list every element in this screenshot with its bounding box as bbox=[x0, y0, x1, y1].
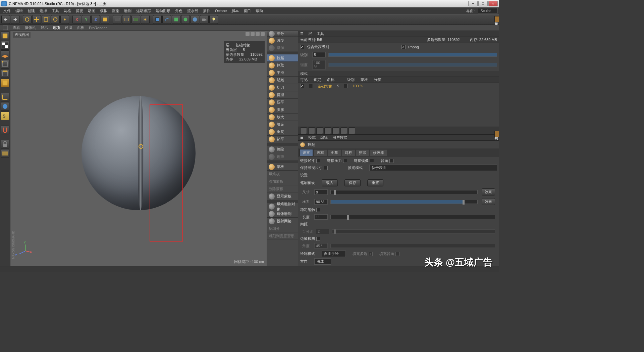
polygon-mode-button[interactable] bbox=[1, 79, 9, 87]
level-slider[interactable] bbox=[328, 53, 497, 57]
sculpt-wax[interactable]: 蜡雕 bbox=[267, 77, 298, 84]
sculpt-amplify[interactable]: 放大 bbox=[267, 114, 298, 121]
sculpt-erase[interactable]: 擦除 bbox=[267, 146, 298, 153]
menu-tools[interactable]: 工具 bbox=[50, 8, 61, 14]
side-tab-attr[interactable]: 属性 bbox=[494, 131, 499, 137]
edge-mode-button[interactable] bbox=[1, 69, 9, 78]
side-tab-object[interactable]: 对象 bbox=[494, 16, 499, 22]
tab-settings[interactable]: 设置 bbox=[300, 149, 313, 156]
sub-view[interactable]: 查看 bbox=[13, 25, 20, 30]
sculpt-project[interactable]: 投射网格 bbox=[267, 218, 298, 225]
tab-stamp[interactable]: 图章 bbox=[328, 149, 341, 156]
flatten-button[interactable] bbox=[332, 127, 339, 134]
menu-create[interactable]: 创建 bbox=[25, 8, 37, 14]
size-field[interactable]: 9 bbox=[314, 189, 328, 195]
texture-mode-button[interactable] bbox=[1, 41, 9, 50]
steady-stroke-checkbox[interactable] bbox=[316, 208, 320, 212]
tab-falloff[interactable]: 衰减 bbox=[314, 149, 327, 156]
layout-dropdown[interactable]: Sculpt bbox=[478, 8, 498, 13]
length-field[interactable]: 11 bbox=[314, 214, 328, 220]
camera-button[interactable] bbox=[200, 15, 209, 24]
menu-edit[interactable]: 编辑 bbox=[13, 8, 25, 14]
sub-prorender[interactable]: ProRender bbox=[89, 26, 107, 30]
layer-table-row[interactable]: 基础对象 5 100 % bbox=[298, 83, 499, 89]
sculpt-scrape[interactable]: 铲平 bbox=[267, 136, 298, 143]
backface-checkbox[interactable] bbox=[389, 159, 393, 163]
axis-tool-button[interactable] bbox=[1, 93, 9, 101]
add-folder-button[interactable] bbox=[308, 127, 315, 134]
sculpt-subdivide-header[interactable]: 细分 bbox=[267, 31, 298, 37]
point-mode-button[interactable] bbox=[1, 60, 9, 69]
undo-button[interactable] bbox=[1, 15, 10, 24]
menu-plugins[interactable]: 插件 bbox=[201, 8, 212, 14]
axis-y-button[interactable]: Y bbox=[82, 15, 91, 24]
workplane-button[interactable] bbox=[1, 50, 9, 59]
select-tool-button[interactable] bbox=[23, 15, 32, 24]
tab-tool[interactable]: 工具 bbox=[317, 31, 324, 36]
vp-zoom-icon[interactable] bbox=[251, 32, 255, 36]
render-region-button[interactable] bbox=[122, 15, 131, 24]
model-mode-button[interactable] bbox=[1, 32, 9, 40]
preview-mode-dropdown[interactable]: 位于表面 bbox=[369, 165, 497, 171]
scale-tool-button[interactable] bbox=[42, 15, 50, 24]
attr-mode[interactable]: 模式 bbox=[308, 135, 316, 140]
sculpt-fill[interactable]: 填充 bbox=[267, 121, 298, 128]
sculpt-flatten[interactable]: 压平 bbox=[267, 99, 298, 106]
render-pv-button[interactable] bbox=[131, 15, 140, 24]
axis-x-button[interactable]: X bbox=[72, 15, 81, 24]
maximize-button[interactable]: ☐ bbox=[478, 1, 488, 6]
last-tool-button[interactable] bbox=[60, 15, 69, 24]
menu-render[interactable]: 渲染 bbox=[110, 8, 121, 14]
menu-script[interactable]: 脚本 bbox=[229, 8, 241, 14]
delete-layer-button[interactable] bbox=[316, 127, 323, 134]
sub-display[interactable]: 显示 bbox=[41, 25, 48, 30]
viewport-solo-button[interactable] bbox=[1, 102, 9, 111]
menu-simulate[interactable]: 模拟 bbox=[98, 8, 109, 14]
sub-filter[interactable]: 过滤 bbox=[65, 25, 72, 30]
spline-pen-button[interactable] bbox=[162, 15, 171, 24]
redo-button[interactable] bbox=[11, 15, 19, 24]
vp-pan-icon[interactable] bbox=[246, 32, 250, 36]
rotate-tool-button[interactable] bbox=[51, 15, 60, 24]
phong-checkbox[interactable] bbox=[401, 45, 406, 49]
add-layer-button[interactable] bbox=[300, 127, 307, 134]
tab-symmetry[interactable]: 对称 bbox=[342, 149, 355, 156]
sculpt-mask[interactable]: 蒙板 bbox=[267, 163, 298, 171]
menu-mesh[interactable]: 网格 bbox=[62, 8, 73, 14]
tab-layer[interactable]: 层 bbox=[308, 31, 312, 36]
direction-dropdown[interactable]: 法线 bbox=[314, 258, 331, 265]
sculpt-bake-obj[interactable]: 烘焙雕刻对象 bbox=[267, 203, 298, 210]
draw-mode-dropdown[interactable]: 自由手绘 bbox=[322, 251, 346, 257]
xray-button[interactable] bbox=[1, 149, 9, 158]
sculpt-mirror[interactable]: 镜像雕刻 bbox=[267, 210, 298, 218]
light-button[interactable] bbox=[209, 15, 218, 24]
menu-file[interactable]: 文件 bbox=[1, 8, 13, 14]
sculpt-repeat[interactable]: 重复 bbox=[267, 128, 298, 136]
link-mirror-checkbox[interactable] bbox=[370, 159, 374, 163]
merge-button[interactable] bbox=[324, 127, 331, 134]
lock-button[interactable] bbox=[1, 140, 9, 148]
close-button[interactable]: ✕ bbox=[488, 1, 498, 6]
load-preset-button[interactable]: 载入 bbox=[322, 179, 338, 186]
menu-character[interactable]: 角色 bbox=[173, 8, 184, 14]
vp-rotate-icon[interactable] bbox=[256, 32, 260, 36]
link-pressure-checkbox[interactable] bbox=[343, 159, 347, 163]
sub-panel[interactable]: 面板 bbox=[77, 25, 84, 30]
pressure-slider[interactable] bbox=[330, 200, 478, 204]
pressure-effect-button[interactable]: 效果 bbox=[482, 198, 495, 205]
deformer-button[interactable] bbox=[181, 15, 190, 24]
include-highest-checkbox[interactable] bbox=[300, 45, 304, 49]
attr-userdata[interactable]: 用户数据 bbox=[332, 135, 347, 140]
axis-z-button[interactable]: Z bbox=[91, 15, 100, 24]
length-slider[interactable] bbox=[330, 215, 495, 219]
row-lock-checkbox[interactable] bbox=[309, 84, 313, 88]
menu-select[interactable]: 选择 bbox=[38, 8, 49, 14]
menu-mograph[interactable]: 运动图形 bbox=[154, 8, 172, 14]
keep-visual-checkbox[interactable] bbox=[324, 166, 328, 170]
size-effect-button[interactable]: 效果 bbox=[482, 188, 495, 195]
environment-button[interactable] bbox=[191, 15, 199, 24]
menu-octane[interactable]: Octane bbox=[213, 8, 229, 13]
size-slider[interactable] bbox=[330, 190, 478, 194]
minimize-button[interactable]: ━ bbox=[468, 1, 478, 6]
row-visible-checkbox[interactable] bbox=[300, 84, 304, 88]
